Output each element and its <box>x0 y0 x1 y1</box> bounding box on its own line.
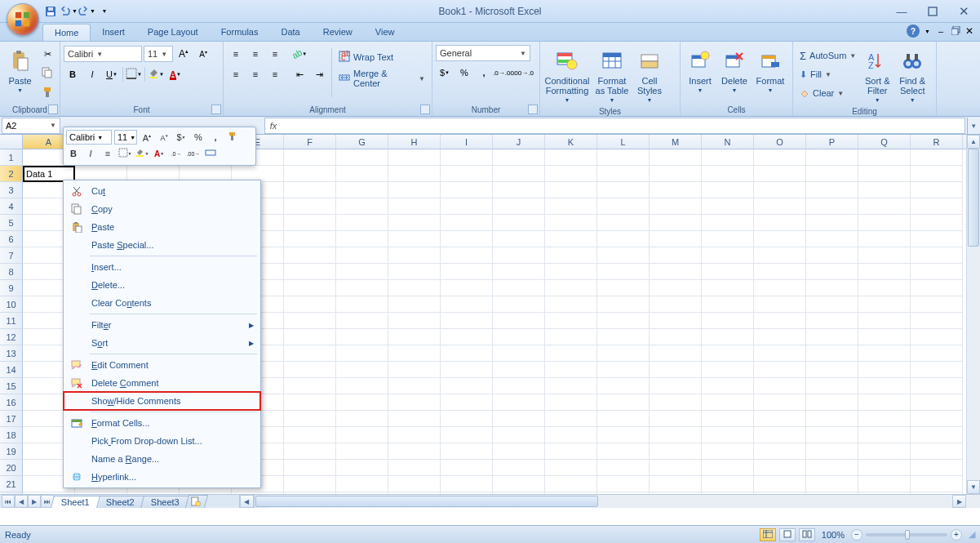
mt-font-name[interactable]: Calibri▼ <box>66 130 112 145</box>
cell[interactable] <box>388 215 441 231</box>
cell[interactable] <box>858 476 911 492</box>
mt-comma[interactable]: , <box>208 130 223 145</box>
cell[interactable] <box>702 460 754 476</box>
cell[interactable] <box>806 443 858 460</box>
cell[interactable] <box>441 460 493 476</box>
context-menu-item-clear-contents[interactable]: Clear Contents <box>64 294 260 312</box>
cell[interactable] <box>388 182 441 198</box>
cell[interactable] <box>702 394 754 411</box>
cell[interactable] <box>336 394 388 411</box>
cell[interactable] <box>284 345 336 362</box>
cell[interactable] <box>754 329 806 345</box>
cell[interactable] <box>545 362 597 378</box>
cell[interactable] <box>858 296 911 313</box>
cell[interactable] <box>441 443 493 460</box>
alignment-dialog-launcher[interactable] <box>420 105 430 114</box>
sheet-nav-first[interactable]: ⏮ <box>2 495 15 508</box>
cell[interactable] <box>702 166 754 182</box>
format-painter-button[interactable] <box>38 84 56 102</box>
wrap-text-button[interactable]: abcWrap Text <box>335 48 428 66</box>
ribbon-tab-view[interactable]: View <box>364 24 406 41</box>
cell[interactable] <box>597 460 650 476</box>
cell[interactable] <box>597 378 650 394</box>
cell[interactable] <box>336 296 388 313</box>
cell[interactable] <box>284 231 336 247</box>
cell[interactable] <box>284 427 336 443</box>
cell[interactable] <box>545 313 597 329</box>
cell[interactable] <box>754 280 806 296</box>
cell[interactable] <box>858 394 911 411</box>
column-header[interactable]: L <box>597 135 650 149</box>
cell[interactable] <box>806 280 858 296</box>
cell[interactable] <box>336 264 388 280</box>
cell[interactable] <box>284 215 336 231</box>
qat-save-button[interactable] <box>42 3 59 20</box>
cell[interactable] <box>388 313 441 329</box>
cell[interactable] <box>545 280 597 296</box>
cell[interactable] <box>336 427 388 443</box>
clipboard-dialog-launcher[interactable] <box>48 105 58 114</box>
increase-decimal-button[interactable]: .0→.00 <box>494 64 512 82</box>
insert-cells-button[interactable]: Insert▼ <box>684 45 716 97</box>
zoom-out-button[interactable]: − <box>851 529 862 541</box>
ribbon-tab-home[interactable]: Home <box>42 24 91 41</box>
ribbon-tab-data[interactable]: Data <box>269 24 311 41</box>
cell[interactable] <box>336 443 388 460</box>
autosum-button[interactable]: ΣAutoSum▼ <box>796 47 859 65</box>
cell[interactable] <box>441 247 493 264</box>
cell[interactable] <box>597 345 650 362</box>
cell[interactable] <box>597 476 650 492</box>
mt-format-painter[interactable] <box>225 130 240 145</box>
sheet-tab[interactable]: Sheet2 <box>95 496 145 508</box>
cell[interactable] <box>650 280 702 296</box>
font-color-button[interactable]: A▼ <box>166 65 184 83</box>
row-header[interactable]: 1 <box>0 149 23 166</box>
cell[interactable] <box>858 443 911 460</box>
scroll-right-button[interactable]: ▶ <box>952 495 966 508</box>
paste-button[interactable]: Paste▼ <box>3 45 37 97</box>
cell[interactable] <box>702 215 754 231</box>
cell[interactable] <box>597 231 650 247</box>
align-right-button[interactable]: ≡ <box>266 65 284 83</box>
cell[interactable] <box>702 313 754 329</box>
row-header[interactable]: 16 <box>0 394 23 411</box>
cell[interactable] <box>388 296 441 313</box>
cell[interactable] <box>702 198 754 215</box>
grow-font-button[interactable]: A▴ <box>175 45 193 63</box>
name-box[interactable]: A2▼ <box>2 118 60 134</box>
decrease-decimal-button[interactable]: .00→.0 <box>514 64 532 82</box>
mdi-close-icon[interactable]: ✕ <box>965 25 973 37</box>
column-header[interactable]: N <box>702 135 754 149</box>
cell[interactable] <box>911 264 963 280</box>
context-menu-item-sort[interactable]: Sort▶ <box>64 334 260 352</box>
cell[interactable] <box>597 427 650 443</box>
new-sheet-button[interactable] <box>184 495 207 508</box>
ribbon-tab-review[interactable]: Review <box>312 24 364 41</box>
cell[interactable] <box>702 476 754 492</box>
column-header[interactable]: P <box>806 135 858 149</box>
cell[interactable] <box>284 198 336 215</box>
cell[interactable] <box>754 149 806 166</box>
cell[interactable] <box>284 460 336 476</box>
shrink-font-button[interactable]: A▾ <box>194 45 212 63</box>
cell[interactable] <box>806 264 858 280</box>
cell[interactable] <box>858 231 911 247</box>
format-cells-button[interactable]: Format▼ <box>752 45 788 97</box>
cell[interactable] <box>597 215 650 231</box>
row-header[interactable]: 20 <box>0 460 23 476</box>
number-dialog-launcher[interactable] <box>528 105 538 114</box>
cell[interactable] <box>911 313 963 329</box>
cell[interactable] <box>388 460 441 476</box>
cell[interactable] <box>702 182 754 198</box>
cell[interactable] <box>650 264 702 280</box>
cell[interactable] <box>545 378 597 394</box>
cell[interactable] <box>336 476 388 492</box>
mt-inc-decimal[interactable]: .0→ <box>169 146 184 161</box>
cell[interactable] <box>911 182 963 198</box>
font-dialog-launcher[interactable] <box>211 105 221 114</box>
cell[interactable] <box>388 280 441 296</box>
cell[interactable] <box>441 296 493 313</box>
cell[interactable] <box>493 166 545 182</box>
cell[interactable] <box>388 378 441 394</box>
cell[interactable] <box>284 411 336 427</box>
